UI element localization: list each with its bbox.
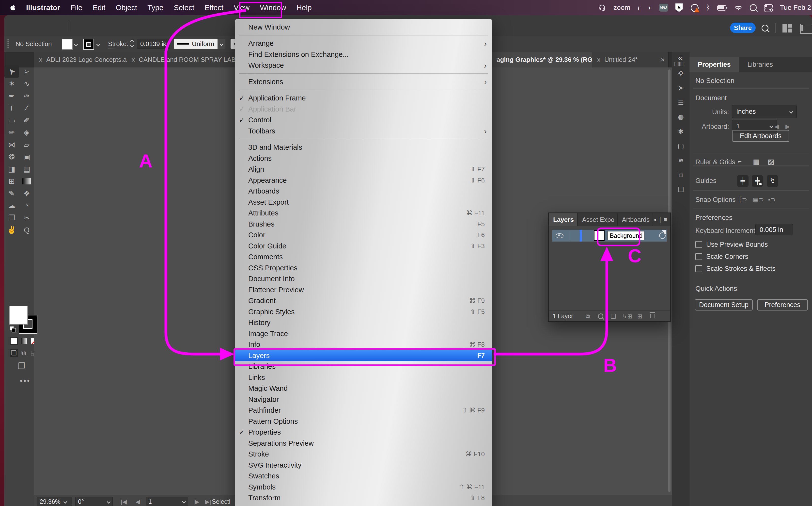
tab-artboards[interactable]: Artboards bbox=[618, 213, 653, 226]
locate-object-icon[interactable] bbox=[598, 314, 603, 320]
tailscale-icon[interactable]: t bbox=[638, 3, 640, 12]
dock-icon-duplicate[interactable]: ❏ bbox=[672, 182, 690, 197]
layer-row-background[interactable]: Background bbox=[552, 230, 667, 242]
show-guides-button[interactable]: ╪ bbox=[737, 175, 748, 187]
menu-item-find-extensions[interactable]: Find Extensions on Exchange... bbox=[235, 49, 492, 60]
snap-to-point-icon[interactable]: ┆⊃ bbox=[738, 196, 747, 203]
menu-type[interactable]: Type bbox=[147, 3, 164, 12]
half-circle-icon[interactable]: ◗ bbox=[647, 3, 651, 12]
menu-item-comments[interactable]: Comments bbox=[235, 252, 492, 263]
menu-edit[interactable]: Edit bbox=[93, 3, 106, 12]
menu-item-links[interactable]: Links bbox=[235, 372, 492, 383]
expand-panels-icon[interactable]: « bbox=[678, 54, 682, 62]
menu-item-appearance[interactable]: Appearance ⇧ F6 bbox=[235, 175, 492, 186]
dock-icon-layers[interactable]: ≋ bbox=[672, 153, 690, 168]
menu-item-history[interactable]: History bbox=[235, 317, 492, 329]
menu-select[interactable]: Select bbox=[174, 3, 194, 12]
shape-builder-tool[interactable]: ◨ bbox=[4, 163, 19, 175]
menu-item-separations-preview[interactable]: Separations Preview bbox=[235, 438, 492, 449]
units-dropdown[interactable]: Inches bbox=[732, 105, 797, 118]
first-artboard-icon[interactable]: |◀ bbox=[121, 498, 127, 505]
variable-width-profile[interactable]: Uniform bbox=[174, 39, 221, 49]
menu-file[interactable]: File bbox=[70, 3, 82, 12]
more-tools-icon[interactable]: ••• bbox=[20, 377, 31, 385]
stroke-weight-stepper[interactable] bbox=[131, 40, 133, 47]
layer-visibility-eye-icon[interactable] bbox=[555, 233, 564, 238]
menu-item-svg-interactivity[interactable]: SVG Interactivity bbox=[235, 460, 492, 471]
share-button[interactable]: Share bbox=[730, 23, 756, 33]
scale-corners-checkbox[interactable] bbox=[695, 253, 702, 260]
zoom-app-label[interactable]: zoom bbox=[613, 4, 630, 12]
stroke-color-swatch[interactable] bbox=[83, 39, 94, 50]
eyedropper-tool[interactable]: ✎ bbox=[4, 187, 19, 200]
zoom-tool[interactable]: Q bbox=[19, 224, 34, 236]
menu-help[interactable]: Help bbox=[297, 3, 312, 12]
control-center-icon[interactable] bbox=[764, 4, 773, 11]
menu-item-swatches[interactable]: Swatches bbox=[235, 471, 492, 482]
smart-guides-button[interactable]: ↯ bbox=[767, 175, 778, 187]
tab-adli-logo-concepts[interactable]: xADLI 2023 Logo Concepts.ai bbox=[34, 52, 137, 68]
pencil-tool[interactable]: ✏ bbox=[4, 126, 19, 139]
menu-item-transparency[interactable]: Transparency bbox=[235, 504, 492, 506]
menu-item-document-info[interactable]: Document Info bbox=[235, 273, 492, 285]
bluetooth-icon[interactable]: ᛒ bbox=[706, 4, 710, 12]
prev-artboard-icon[interactable]: ◀ bbox=[135, 498, 140, 505]
dock-grip[interactable]: |||||||| bbox=[674, 62, 684, 66]
close-tab-icon[interactable]: x bbox=[597, 56, 600, 64]
collect-for-export-icon[interactable]: ⧉ bbox=[586, 313, 590, 320]
shear-tool[interactable]: ▱ bbox=[19, 139, 34, 151]
profile-chevron[interactable] bbox=[217, 39, 225, 49]
dock-icon-menu-lines[interactable]: ☰ bbox=[672, 95, 690, 109]
menu-bar-clock[interactable]: Tue Feb 2 bbox=[780, 4, 811, 12]
menu-item-toolbars[interactable]: Toolbars › bbox=[235, 125, 492, 137]
tab-asset-export[interactable]: Asset Expo bbox=[578, 213, 618, 226]
snap-to-pixel-icon[interactable]: ▪⊃ bbox=[768, 196, 776, 203]
layer-thumbnail[interactable] bbox=[594, 230, 605, 241]
menu-item-libraries[interactable]: Libraries bbox=[235, 361, 492, 372]
eraser-tool[interactable]: ◈ bbox=[19, 126, 34, 139]
menu-item-actions[interactable]: Actions bbox=[235, 153, 492, 164]
tab-layers[interactable]: Layers bbox=[549, 213, 578, 226]
stroke-weight-label[interactable]: Stroke: bbox=[108, 40, 128, 49]
menu-item-stroke[interactable]: Stroke ⌘ F10 bbox=[235, 449, 492, 460]
screen-mode-icon[interactable]: ❐ bbox=[18, 361, 25, 371]
menu-item-image-trace[interactable]: Image Trace bbox=[235, 328, 492, 339]
menu-item-navigator[interactable]: Navigator bbox=[235, 394, 492, 405]
mesh-tool[interactable]: ⊞ bbox=[4, 175, 19, 188]
artboard-tool[interactable]: ❐ bbox=[4, 212, 19, 224]
menu-view[interactable]: View bbox=[234, 3, 249, 12]
magic-wand-tool[interactable]: ✶ bbox=[4, 78, 19, 90]
gradient-tool[interactable]: ▥ bbox=[19, 175, 34, 188]
preferences-button[interactable]: Preferences bbox=[757, 299, 808, 311]
rectangle-tool[interactable]: ▭ bbox=[4, 114, 19, 126]
curvature-tool[interactable]: ✑ bbox=[19, 90, 34, 102]
menu-item-css-properties[interactable]: CSS Properties bbox=[235, 262, 492, 273]
zoom-level-dropdown[interactable]: 29.36% bbox=[37, 497, 72, 506]
tab-properties[interactable]: Properties bbox=[690, 57, 739, 72]
grid-icon[interactable]: ▦ bbox=[753, 158, 759, 166]
line-segment-tool[interactable]: ∕ bbox=[19, 102, 34, 114]
keyboard-increment-field[interactable]: 0.005 in bbox=[755, 224, 793, 235]
tab-candle-room-spray[interactable]: xCANDLE and ROOM SPRAY LABELS.pdf bbox=[127, 52, 246, 68]
menu-object[interactable]: Object bbox=[116, 3, 137, 12]
ruler-icon[interactable]: ⌐ bbox=[738, 158, 742, 165]
artboard-number-dropdown[interactable]: 1 bbox=[146, 497, 188, 506]
menu-item-flattener-preview[interactable]: Flattener Preview bbox=[235, 284, 492, 296]
lasso-tool[interactable]: ∿ bbox=[19, 78, 34, 90]
wifi-icon[interactable] bbox=[734, 4, 742, 11]
menu-item-magic-wand[interactable]: Magic Wand bbox=[235, 383, 492, 394]
default-fill-stroke-icon[interactable] bbox=[10, 326, 16, 332]
perspective-grid-tool[interactable]: ▤ bbox=[19, 163, 34, 175]
menu-item-arrange[interactable]: Arrange › bbox=[235, 38, 492, 49]
direct-selection-tool[interactable]: ➢ bbox=[19, 66, 34, 78]
draw-behind-button[interactable]: ⧉ bbox=[19, 349, 28, 357]
menu-item-workspace[interactable]: Workspace › bbox=[235, 60, 492, 71]
menu-item-extensions[interactable]: Extensions › bbox=[235, 76, 492, 87]
edit-artboards-button[interactable]: Edit Artboards bbox=[732, 130, 789, 142]
fill-swatch[interactable] bbox=[9, 306, 28, 325]
stroke-dropdown-chevron[interactable] bbox=[97, 43, 100, 47]
menu-effect[interactable]: Effect bbox=[205, 3, 223, 12]
panel-layout-icon[interactable] bbox=[800, 24, 812, 34]
fill-dropdown-chevron[interactable] bbox=[75, 43, 77, 47]
menu-item-application-frame[interactable]: ✓ Application Frame bbox=[235, 93, 492, 104]
